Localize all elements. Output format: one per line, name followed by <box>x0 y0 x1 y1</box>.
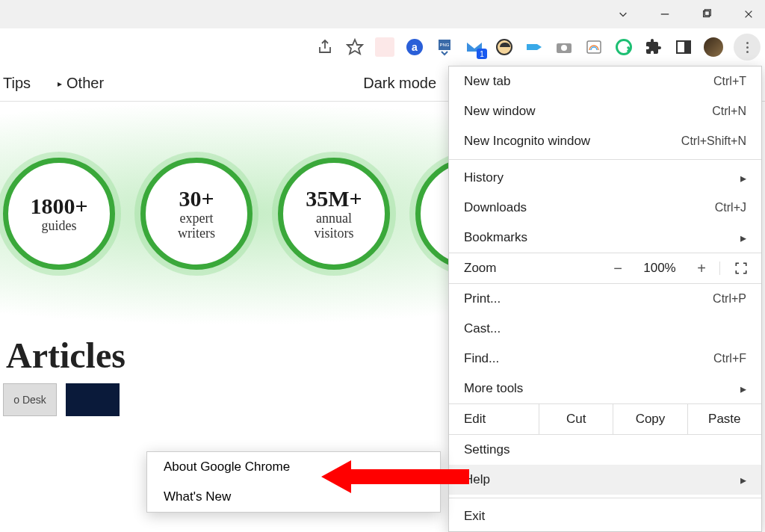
badge-count: 1 <box>477 49 487 59</box>
menu-separator <box>449 159 761 160</box>
window-close-button[interactable] <box>738 4 759 25</box>
article-thumb-1[interactable]: o Desk <box>3 383 57 416</box>
menu-zoom-row: Zoom − 100% + <box>449 253 761 284</box>
menu-new-tab[interactable]: New tabCtrl+T <box>449 66 761 96</box>
menu-new-window[interactable]: New windowCtrl+N <box>449 96 761 126</box>
menu-cast[interactable]: Cast... <box>449 314 761 344</box>
extensions-puzzle-icon[interactable] <box>644 37 663 57</box>
profile-avatar[interactable] <box>704 37 723 57</box>
stat-circle-writers: 30+ expert writers <box>140 158 253 270</box>
svg-rect-15 <box>685 41 690 53</box>
menu-history[interactable]: History▸ <box>449 163 761 193</box>
edit-label: Edit <box>449 412 539 427</box>
svg-marker-9 <box>527 44 542 50</box>
window-minimize-button[interactable] <box>654 4 675 25</box>
menu-find[interactable]: Find...Ctrl+F <box>449 344 761 374</box>
star-icon[interactable] <box>345 37 365 57</box>
chevron-right-icon: ▸ <box>740 171 746 185</box>
extension-icon-png[interactable]: PNG <box>435 37 454 57</box>
extension-icon-a[interactable]: a <box>405 37 424 57</box>
help-submenu: About Google Chrome What's New <box>146 451 441 513</box>
kebab-icon <box>746 42 749 53</box>
chevron-right-icon: ▸ <box>740 382 746 396</box>
submenu-whats-new[interactable]: What's New <box>147 482 440 512</box>
zoom-in-button[interactable]: + <box>684 260 719 277</box>
titlebar-chevron-icon[interactable] <box>613 4 634 25</box>
nav-item-other[interactable]: ▸Other <box>58 75 104 92</box>
menu-more-tools[interactable]: More tools▸ <box>449 374 761 403</box>
chrome-main-menu: New tabCtrl+T New windowCtrl+N New Incog… <box>448 66 762 532</box>
menu-help[interactable]: Help▸ <box>449 465 761 495</box>
caret-icon: ▸ <box>58 78 62 89</box>
extension-icon-rainbow[interactable] <box>584 37 604 57</box>
submenu-about-chrome[interactable]: About Google Chrome <box>147 452 440 482</box>
menu-print[interactable]: Print...Ctrl+P <box>449 284 761 314</box>
extension-icon-1[interactable] <box>375 37 394 57</box>
stat-circle-guides: 1800+ guides <box>3 158 115 270</box>
menu-new-incognito[interactable]: New Incognito windowCtrl+Shift+N <box>449 126 761 156</box>
dark-mode-toggle[interactable]: Dark mode <box>363 75 436 92</box>
stat-circle-visitors: 35M+ annual visitors <box>278 158 390 270</box>
extension-icon-tag[interactable] <box>524 37 544 57</box>
article-thumb-2[interactable] <box>66 383 120 416</box>
menu-exit[interactable]: Exit <box>449 501 761 531</box>
extension-icon-person[interactable] <box>495 37 514 57</box>
zoom-label: Zoom <box>449 261 600 276</box>
svg-point-11 <box>561 45 567 51</box>
fullscreen-button[interactable] <box>719 262 761 275</box>
svg-text:PNG: PNG <box>439 43 449 47</box>
menu-bookmarks[interactable]: Bookmarks▸ <box>449 223 761 253</box>
chevron-right-icon: ▸ <box>740 231 746 245</box>
window-maximize-button[interactable] <box>696 4 717 25</box>
menu-separator <box>449 498 761 498</box>
menu-downloads[interactable]: DownloadsCtrl+J <box>449 193 761 223</box>
window-titlebar <box>0 0 765 28</box>
menu-edit-row: Edit Cut Copy Paste <box>449 403 761 435</box>
chrome-menu-button[interactable] <box>734 34 761 61</box>
browser-toolbar: a PNG 1 <box>0 28 765 66</box>
chevron-right-icon: ▸ <box>740 473 746 487</box>
edit-cut-button[interactable]: Cut <box>539 404 613 434</box>
side-panel-icon[interactable] <box>674 37 693 57</box>
zoom-value: 100% <box>636 261 684 276</box>
edit-paste-button[interactable]: Paste <box>687 404 761 434</box>
menu-settings[interactable]: Settings <box>449 435 761 465</box>
nav-item-tips[interactable]: Tips <box>3 75 31 92</box>
edit-copy-button[interactable]: Copy <box>613 404 687 434</box>
extension-icon-camera[interactable] <box>554 37 574 57</box>
zoom-out-button[interactable]: − <box>600 260 636 277</box>
extension-icon-mail[interactable]: 1 <box>465 37 484 57</box>
share-icon[interactable] <box>315 37 335 57</box>
svg-marker-5 <box>347 40 362 54</box>
extension-icon-grammarly[interactable] <box>614 37 634 57</box>
